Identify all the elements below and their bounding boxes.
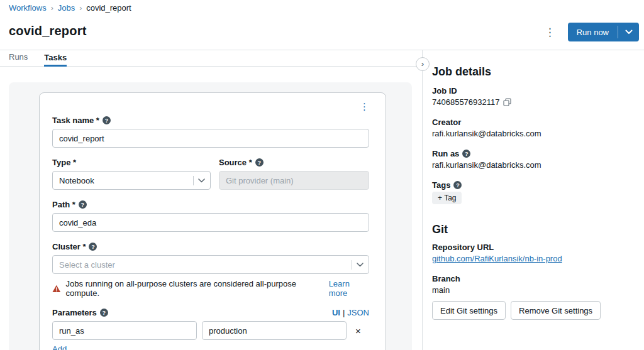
warning-icon — [52, 285, 61, 293]
job-id-field: Job ID 740685576932117 — [432, 86, 631, 107]
job-id-value: 740685576932117 — [432, 97, 500, 107]
parameters-json-link[interactable]: JSON — [347, 308, 369, 317]
cluster-warning: Jobs running on all-purpose clusters are… — [52, 279, 369, 298]
breadcrumb-separator-icon: › — [79, 4, 82, 13]
source-label: Source * — [219, 158, 252, 167]
job-menu-kebab-icon[interactable]: ⋮ — [540, 26, 560, 39]
path-label: Path * — [52, 200, 75, 209]
git-heading: Git — [432, 223, 631, 236]
source-input — [219, 171, 369, 190]
run-now-button[interactable]: Run now — [568, 23, 618, 41]
copy-icon[interactable] — [503, 98, 511, 106]
chevron-down-icon — [357, 263, 364, 267]
run-as-field: Run as ? rafi.kurlansik@databricks.com — [432, 149, 631, 170]
chevron-down-icon — [625, 30, 633, 35]
chevron-right-icon: › — [421, 60, 424, 68]
help-icon[interactable]: ? — [103, 116, 111, 124]
warning-text: Jobs running on all-purpose clusters are… — [66, 279, 324, 298]
job-id-label: Job ID — [432, 86, 631, 96]
help-icon[interactable]: ? — [100, 309, 108, 317]
repository-url-label: Repository URL — [432, 243, 631, 252]
run-now-split-button: Run now — [568, 23, 639, 41]
type-select-value: Notebook — [59, 176, 94, 185]
task-menu-kebab-icon[interactable]: ⋮ — [52, 101, 369, 113]
chevron-down-icon — [198, 178, 205, 183]
remove-parameter-icon[interactable]: × — [355, 325, 361, 336]
breadcrumb-separator-icon: › — [51, 4, 53, 13]
remove-git-settings-button[interactable]: Remove Git settings — [511, 301, 601, 320]
select-divider — [193, 176, 194, 185]
add-tag-button[interactable]: + Tag — [432, 192, 462, 204]
branch-value: main — [432, 285, 631, 295]
help-icon[interactable]: ? — [79, 200, 87, 209]
type-select[interactable]: Notebook — [52, 171, 211, 190]
cluster-select-placeholder: Select a cluster — [59, 260, 115, 270]
header-actions: ⋮ Run now — [540, 23, 639, 41]
breadcrumb-jobs[interactable]: Jobs — [58, 3, 75, 13]
breadcrumb-workflows[interactable]: Workflows — [9, 3, 47, 13]
run-now-dropdown-button[interactable] — [618, 23, 639, 41]
task-name-input[interactable] — [52, 129, 369, 148]
tab-runs[interactable]: Runs — [9, 52, 28, 66]
help-icon[interactable]: ? — [89, 243, 97, 251]
task-name-label: Task name * — [52, 116, 99, 125]
run-as-value: rafi.kurlansik@databricks.com — [432, 160, 631, 170]
creator-field: Creator rafi.kurlansik@databricks.com — [432, 118, 631, 138]
breadcrumb: Workflows › Jobs › covid_report — [9, 3, 131, 13]
page-title: covid_report — [9, 24, 87, 38]
help-icon[interactable]: ? — [453, 181, 462, 189]
parameter-row: × — [52, 321, 369, 340]
view-toggle-separator: | — [343, 308, 345, 317]
breadcrumb-current: covid_report — [86, 3, 131, 13]
edit-git-settings-button[interactable]: Edit Git settings — [432, 301, 506, 320]
page-header: Workflows › Jobs › covid_report covid_re… — [0, 0, 644, 50]
learn-more-link[interactable]: Learn more — [329, 279, 369, 298]
creator-value: rafi.kurlansik@databricks.com — [432, 129, 631, 138]
cluster-select[interactable]: Select a cluster — [52, 255, 369, 274]
repository-url-field: Repository URL github.com/RafiKurlansik/… — [432, 243, 631, 263]
main-area: › Runs Tasks ⋮ Task name * ? Type * — [0, 50, 644, 350]
help-icon[interactable]: ? — [255, 158, 264, 167]
repository-url-link[interactable]: github.com/RafiKurlansik/nb-in-prod — [432, 254, 562, 263]
tags-label: Tags — [432, 180, 450, 190]
parameters-label: Parameters — [52, 308, 97, 317]
collapse-panel-button[interactable]: › — [416, 57, 430, 71]
tags-field: Tags ? + Tag — [432, 180, 631, 204]
parameters-view-toggle: UI|JSON — [332, 308, 369, 317]
creator-label: Creator — [432, 118, 631, 127]
branch-field: Branch main — [432, 274, 631, 295]
job-details-heading: Job details — [432, 65, 631, 79]
parameters-ui-link[interactable]: UI — [332, 308, 340, 317]
task-canvas: ⋮ Task name * ? Type * Notebook — [9, 82, 412, 350]
task-card: ⋮ Task name * ? Type * Notebook — [39, 92, 386, 350]
job-details-panel: Job details Job ID 740685576932117 Creat… — [423, 50, 644, 350]
tab-bar: Runs Tasks — [0, 50, 422, 67]
add-parameter-link[interactable]: Add — [52, 344, 67, 350]
tab-tasks[interactable]: Tasks — [44, 53, 67, 67]
task-editor-pane: Runs Tasks ⋮ Task name * ? Type * — [0, 50, 423, 350]
git-buttons: Edit Git settings Remove Git settings — [432, 301, 631, 320]
help-icon[interactable]: ? — [462, 150, 470, 158]
cluster-label: Cluster * — [52, 242, 86, 251]
select-divider — [352, 260, 352, 270]
path-input[interactable] — [52, 213, 369, 232]
run-as-label: Run as — [432, 149, 459, 158]
parameter-key-input[interactable] — [52, 321, 197, 340]
type-label: Type * — [52, 158, 76, 167]
parameter-value-input[interactable] — [202, 321, 347, 340]
branch-label: Branch — [432, 274, 631, 283]
